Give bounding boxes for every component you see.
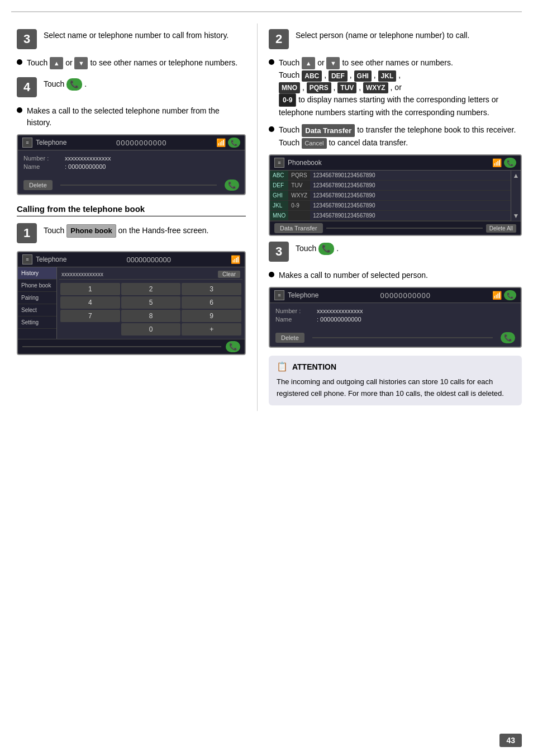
cancel-box[interactable]: Cancel (302, 138, 326, 149)
numpad-6[interactable]: 6 (182, 296, 241, 309)
clear-btn[interactable]: Clear (218, 271, 240, 278)
step4-text-before: Touch (44, 79, 66, 88)
numpad: 1 2 3 4 5 6 7 8 9 0 + (59, 282, 242, 337)
arrow-up-icon: ▲ (50, 57, 63, 69)
delete-btn-1[interactable]: Delete (23, 180, 53, 190)
key-mno: MNO (279, 82, 300, 93)
pb-col1-4: MNO (270, 211, 288, 221)
phone-btn-tel[interactable]: 📞 (226, 341, 240, 352)
menu-pairing[interactable]: Pairing (18, 292, 56, 304)
pb-col3-2: 12345678901234567890 (310, 191, 511, 201)
numpad-8[interactable]: 8 (121, 310, 181, 322)
pb-scrollbar: ▲ ▼ (511, 171, 521, 221)
data-transfer-footer-btn[interactable]: Data Transfer (274, 223, 323, 233)
pb-col1-1: DEF (270, 181, 288, 191)
left-bullet1-text: Touch ▲ or ▼ to see other names or telep… (27, 57, 237, 69)
bullet1-text-before: Touch (27, 58, 50, 67)
attention-header: 📋 ATTENTION (277, 361, 514, 372)
screen2-num-row: Number : xxxxxxxxxxxxxxx (275, 308, 515, 314)
r-b2-before: Touch (279, 125, 302, 134)
step3-row: 3 Select name or telephone number to cal… (17, 29, 246, 49)
page-number: 43 (499, 734, 522, 747)
step3-right-row: 3 Touch 📞 . (269, 242, 522, 262)
screen-mock-1: ≡ Telephone 00000000000 📶 📞 Number : xxx… (17, 134, 246, 195)
tel-top-bar: xxxxxxxxxxxxxxx Clear (59, 270, 242, 280)
pb-screen: ≡ Phonebook 📶 📞 ABC (269, 154, 522, 236)
phone-btn-2[interactable]: 📞 (501, 332, 515, 343)
screen1-icon: ≡ (22, 138, 32, 148)
screen2-name-value: : 000000000000 (317, 316, 361, 323)
key-pqrs: PQRS (307, 82, 331, 93)
step3-badge: 3 (17, 29, 37, 49)
key-wxyz: WXYZ (363, 82, 388, 93)
pb-green-btn: 📞 (504, 158, 516, 168)
key-intro: Touch (279, 70, 302, 79)
pb-icon: ≡ (274, 158, 284, 168)
bullet1-or: or (65, 58, 74, 67)
step2-text: Select person (name or telephone number)… (296, 29, 469, 41)
numpad-1[interactable]: 1 (60, 283, 120, 295)
data-transfer-btn[interactable]: Data Transfer (302, 124, 355, 138)
bullet-dot2 (17, 107, 22, 113)
bullet1-text-after: to see other names or telephone numbers. (90, 58, 237, 67)
numpad-9[interactable]: 9 (182, 310, 241, 322)
right-column: 2 Select person (name or telephone numbe… (257, 23, 533, 411)
tel-footer: 📞 (18, 339, 245, 354)
numpad-0[interactable]: 0 (121, 323, 181, 336)
screen2-signal-icon: 📶 (492, 291, 502, 300)
step2-row: 2 Select person (name or telephone numbe… (269, 29, 522, 49)
pb-col2-2: WXYZ (288, 191, 310, 201)
table-row: MNO 12345678901234567890 (270, 211, 511, 221)
scroll-down[interactable]: ▼ (513, 212, 520, 220)
table-row: GHI WXYZ 12345678901234567890 (270, 191, 511, 201)
menu-setting[interactable]: Setting (18, 316, 56, 329)
section-heading: Calling from the telephone book (17, 204, 246, 216)
pb-col3-1: 12345678901234567890 (310, 181, 511, 191)
left-bullet1: Touch ▲ or ▼ to see other names or telep… (17, 57, 246, 69)
key-09: 0-9 (279, 93, 296, 107)
menu-phonebook[interactable]: Phone book (18, 280, 56, 292)
right-bullet3: Makes a call to number of selected perso… (269, 270, 522, 281)
screen2-name-label: Name (275, 316, 315, 323)
numpad-5[interactable]: 5 (121, 296, 181, 309)
menu-select[interactable]: Select (18, 304, 56, 316)
numpad-4[interactable]: 4 (60, 296, 120, 309)
numpad-3[interactable]: 3 (182, 283, 241, 295)
step3r-text-before: Touch (296, 244, 318, 253)
key-ghi: GHI (354, 70, 372, 82)
delete-all-btn[interactable]: Delete All (486, 224, 516, 233)
pb-footer: Data Transfer Delete All (270, 221, 521, 235)
tel-number: 00000000000 (126, 256, 171, 264)
screen2-name-row: Name : 000000000000 (275, 316, 515, 323)
step4-badge: 4 (17, 77, 37, 97)
attention-title: ATTENTION (292, 362, 336, 371)
pb-signal-icon: 📶 (492, 158, 502, 167)
pb-header: ≡ Phonebook 📶 📞 (270, 155, 521, 171)
phonebook-btn[interactable]: Phone book (66, 224, 116, 238)
numpad-2[interactable]: 2 (121, 283, 181, 295)
screen1-header: ≡ Telephone 00000000000 📶 📞 (18, 135, 245, 150)
phone-btn-1[interactable]: 📞 (225, 179, 239, 191)
scroll-up[interactable]: ▲ (513, 172, 520, 179)
screen2-footer: Delete 📞 (270, 329, 521, 347)
right-bullet2: Touch Data Transfer to transfer the tele… (269, 124, 522, 149)
r-b2-end: to cancel data transfer. (329, 138, 408, 147)
left-bullet2-text: Makes a call to the selected telephone n… (27, 105, 246, 129)
table-row: DEF TUV 12345678901234567890 (270, 181, 511, 191)
screen1-number: 00000000000 (116, 139, 167, 147)
screen1-num-value: xxxxxxxxxxxxxxx (65, 155, 111, 162)
screen2-header-left: ≡ Telephone (274, 290, 318, 300)
numpad-7[interactable]: 7 (60, 310, 120, 322)
main-columns: 3 Select name or telephone number to cal… (0, 23, 533, 411)
pb-col2-3: 0-9 (288, 201, 310, 211)
delete-btn-2[interactable]: Delete (275, 333, 304, 343)
green-btn-2: 📞 (504, 290, 516, 300)
menu-history[interactable]: History (18, 267, 56, 280)
screen1-num-row: Number : xxxxxxxxxxxxxxx (23, 155, 239, 162)
tel-input-text: xxxxxxxxxxxxxxx (61, 271, 103, 277)
tel-title: Telephone (36, 256, 66, 263)
screen1-body: Number : xxxxxxxxxxxxxxx Name : 00000000… (18, 150, 245, 176)
numpad-plus[interactable]: + (182, 323, 241, 336)
pb-main-content: ABC PQRS 12345678901234567890 DEF TUV 12… (270, 171, 511, 221)
r-b1-before: Touch (279, 58, 302, 67)
